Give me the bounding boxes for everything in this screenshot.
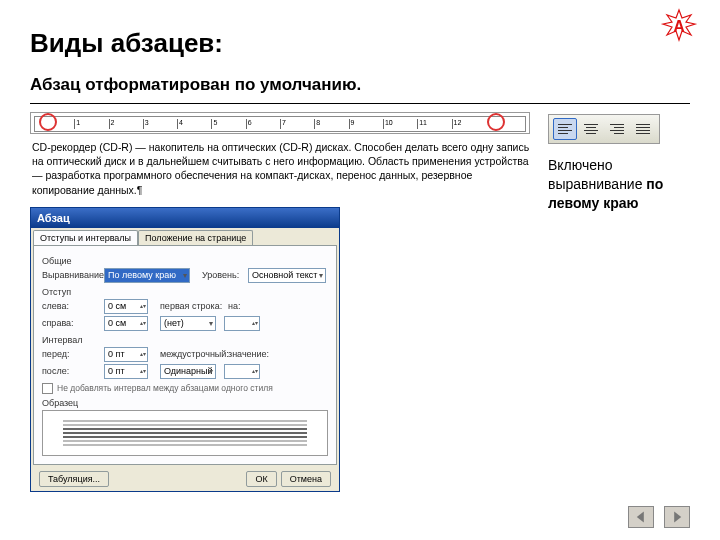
ruler-tick: 7 [280, 119, 286, 129]
circle-marker-right [487, 113, 505, 131]
ruler-tick: 9 [349, 119, 355, 129]
next-arrow-button[interactable] [664, 506, 690, 528]
cancel-button[interactable]: Отмена [281, 471, 331, 487]
align-justify-button[interactable] [631, 118, 655, 140]
ruler-tick: 8 [314, 119, 320, 129]
ruler-tick: 1 [74, 119, 80, 129]
left-label: слева: [42, 301, 100, 311]
group-sample: Образец [42, 398, 328, 408]
right-spinner[interactable]: 0 см [104, 316, 148, 331]
group-spacing: Интервал [42, 335, 328, 345]
svg-text:А: А [673, 18, 685, 35]
right-label: справа: [42, 318, 100, 328]
ok-button[interactable]: ОК [246, 471, 276, 487]
caption-line2: выравнивание [548, 176, 646, 192]
by1-spinner[interactable] [224, 316, 260, 331]
align-right-button[interactable] [605, 118, 629, 140]
page-title: Виды абзацев: [30, 28, 720, 59]
group-general: Общие [42, 256, 328, 266]
before-spinner[interactable]: 0 пт [104, 347, 148, 362]
subtitle: Абзац отформатирован по умолчанию. [30, 75, 720, 95]
ruler-tick: 4 [177, 119, 183, 129]
align-select[interactable]: По левому краю [104, 268, 190, 283]
badge-icon: А [658, 8, 700, 44]
preview-pane [42, 410, 328, 456]
align-left-button[interactable] [553, 118, 577, 140]
by1-label: на: [228, 301, 246, 311]
checkbox-icon [42, 383, 53, 394]
by2-label: значение: [228, 349, 262, 359]
first-select[interactable]: (нет) [160, 316, 216, 331]
level-label: Уровень: [202, 270, 244, 280]
after-spinner[interactable]: 0 пт [104, 364, 148, 379]
line-select[interactable]: Одинарный [160, 364, 216, 379]
caption-line1: Включено [548, 157, 613, 173]
level-select[interactable]: Основной текст [248, 268, 326, 283]
after-label: после: [42, 366, 100, 376]
ruler-tick: 6 [246, 119, 252, 129]
ruler-tick: 12 [452, 119, 462, 129]
align-label: Выравнивание: [42, 270, 100, 280]
align-center-button[interactable] [579, 118, 603, 140]
ruler: 1 2 3 4 5 6 7 8 9 10 11 12 [30, 112, 530, 134]
alignment-toolbar [548, 114, 660, 144]
line-label: междустрочный: [160, 349, 224, 359]
checkbox-label: Не добавлять интервал между абзацами одн… [57, 383, 273, 393]
ruler-tick: 2 [109, 119, 115, 129]
divider [30, 103, 690, 104]
prev-arrow-button[interactable] [628, 506, 654, 528]
first-label: первая строка: [160, 301, 224, 311]
by2-spinner[interactable] [224, 364, 260, 379]
tab-position[interactable]: Положение на странице [138, 230, 253, 245]
ruler-tick: 3 [143, 119, 149, 129]
caption: Включено выравнивание по левому краю [548, 156, 690, 213]
ruler-tick: 11 [417, 119, 427, 129]
circle-marker-left [39, 113, 57, 131]
ruler-tick: 10 [383, 119, 393, 129]
group-indent: Отступ [42, 287, 328, 297]
left-spinner[interactable]: 0 см [104, 299, 148, 314]
tab-indents[interactable]: Отступы и интервалы [33, 230, 138, 245]
tabs-button[interactable]: Табуляция... [39, 471, 109, 487]
paragraph-dialog: Абзац Отступы и интервалы Положение на с… [30, 207, 340, 492]
dialog-title: Абзац [31, 208, 339, 228]
before-label: перед: [42, 349, 100, 359]
ruler-tick: 5 [211, 119, 217, 129]
document-paragraph: CD-рекордер (CD-R) — накопитель на оптич… [32, 140, 530, 197]
same-style-checkbox[interactable]: Не добавлять интервал между абзацами одн… [42, 383, 328, 394]
